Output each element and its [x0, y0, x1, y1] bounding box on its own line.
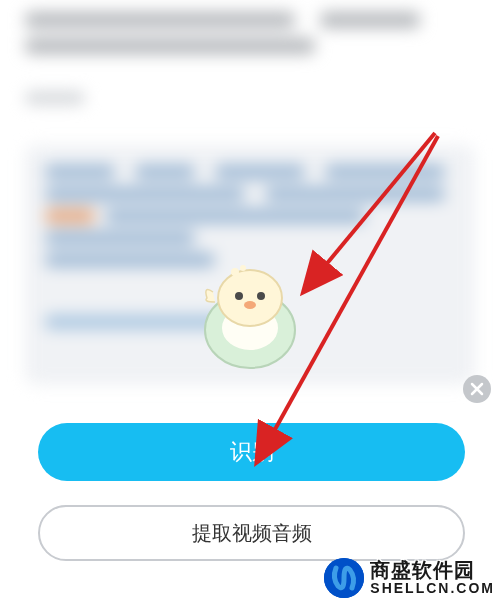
watermark: 商盛软件园 SHELLCN.COM [324, 558, 495, 598]
watermark-title: 商盛软件园 [370, 559, 495, 581]
mascot-icon [185, 250, 315, 380]
svg-point-3 [235, 292, 243, 300]
svg-point-7 [240, 265, 246, 271]
svg-point-2 [218, 270, 282, 326]
close-button[interactable] [463, 375, 491, 403]
extract-button-label: 提取视频音频 [192, 520, 312, 547]
recognize-button[interactable]: 识别 [38, 423, 465, 481]
watermark-url: SHELLCN.COM [370, 581, 495, 596]
svg-point-5 [244, 301, 256, 309]
svg-point-4 [257, 292, 265, 300]
button-container: 识别 提取视频音频 [0, 423, 503, 561]
recognize-button-label: 识别 [230, 437, 274, 467]
watermark-logo-icon [324, 558, 364, 598]
close-icon [470, 382, 484, 396]
svg-point-6 [231, 268, 239, 276]
extract-button[interactable]: 提取视频音频 [38, 505, 465, 561]
